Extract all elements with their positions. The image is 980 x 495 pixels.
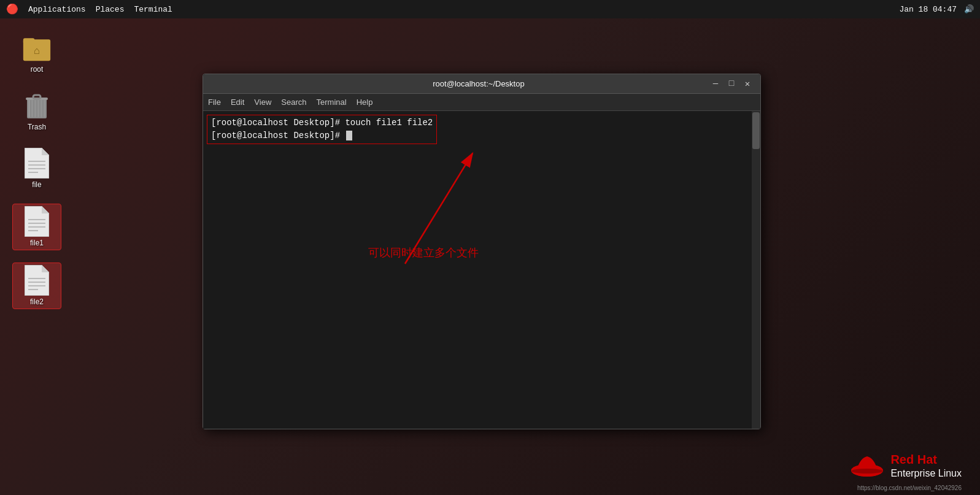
svg-rect-9 xyxy=(44,100,45,117)
terminal-close-button[interactable]: ✕ xyxy=(742,79,753,89)
redhat-brand-red: Red Hat xyxy=(890,451,962,467)
desktop-icon-file2[interactable]: file2 xyxy=(12,263,61,309)
terminal-controls: — □ ✕ xyxy=(710,79,753,89)
terminal-line-1: [root@localhost Desktop]# touch file1 fi… xyxy=(211,117,433,129)
svg-text:⌂: ⌂ xyxy=(34,45,40,56)
desktop-icon-file1[interactable]: file1 xyxy=(12,204,61,250)
terminal-menubar: File Edit View Search Terminal Help xyxy=(203,94,760,111)
redhat-brand-enterprise: Enterprise Linux xyxy=(890,467,962,480)
svg-rect-11 xyxy=(33,95,41,99)
taskbar-volume-icon[interactable]: 🔊 xyxy=(964,4,974,14)
annotation-text: 可以同时建立多个文件 xyxy=(368,245,479,260)
desktop-icon-file-label: file xyxy=(32,180,41,189)
taskbar-left: 🔴 Applications Places Terminal xyxy=(6,3,172,15)
desktop-icon-root-label: root xyxy=(31,65,44,74)
terminal-line-2: [root@localhost Desktop]# xyxy=(211,129,433,142)
file-icon-img xyxy=(22,148,52,178)
desktop-icon-file[interactable]: file xyxy=(12,146,61,191)
desktop-icon-file1-label: file1 xyxy=(30,239,44,247)
svg-marker-13 xyxy=(42,148,49,155)
desktop: ⌂ root xyxy=(0,18,980,495)
file1-icon-img xyxy=(22,207,52,236)
file1-svg xyxy=(25,206,49,237)
terminal-menu-file[interactable]: File xyxy=(208,98,221,107)
apple-icon: 🔴 xyxy=(6,3,18,15)
desktop-icons: ⌂ root xyxy=(12,31,61,309)
url-watermark: https://blog.csdn.net/weixin_42042926 xyxy=(857,485,962,491)
terminal-scrollbar[interactable] xyxy=(752,111,760,429)
taskbar-applications[interactable]: Applications xyxy=(28,5,86,14)
terminal-menu-edit[interactable]: Edit xyxy=(231,98,244,107)
folder-icon-img: ⌂ xyxy=(22,33,52,63)
svg-rect-4 xyxy=(28,100,30,117)
terminal-content[interactable]: [root@localhost Desktop]# touch file1 fi… xyxy=(203,111,760,429)
terminal-menu-search[interactable]: Search xyxy=(281,98,306,107)
terminal-window: root@localhost:~/Desktop — □ ✕ File Edit… xyxy=(203,74,761,429)
taskbar: 🔴 Applications Places Terminal Jan 18 04… xyxy=(0,0,980,18)
terminal-minimize-button[interactable]: — xyxy=(710,79,721,89)
desktop-icon-trash[interactable]: Trash xyxy=(12,88,61,134)
svg-rect-6 xyxy=(34,100,36,117)
svg-point-34 xyxy=(851,469,883,474)
taskbar-right: Jan 18 04:47 🔊 xyxy=(899,4,974,14)
svg-rect-1 xyxy=(23,38,34,44)
folder-svg: ⌂ xyxy=(22,34,52,62)
taskbar-places[interactable]: Places xyxy=(96,5,125,14)
desktop-icon-root[interactable]: ⌂ root xyxy=(12,31,61,76)
redhat-brand-text: Red Hat Enterprise Linux xyxy=(890,451,962,480)
terminal-cursor xyxy=(346,131,352,140)
terminal-menu-terminal[interactable]: Terminal xyxy=(317,98,347,107)
trash-icon-img xyxy=(22,91,52,120)
command-highlight-box: [root@localhost Desktop]# touch file1 fi… xyxy=(207,115,437,144)
svg-rect-8 xyxy=(41,100,42,117)
file2-svg xyxy=(25,265,49,296)
terminal-maximize-button[interactable]: □ xyxy=(726,79,737,89)
terminal-title: root@localhost:~/Desktop xyxy=(247,79,710,88)
desktop-icon-file2-label: file2 xyxy=(30,297,44,306)
redhat-hat-icon xyxy=(851,449,884,483)
terminal-menu-help[interactable]: Help xyxy=(357,98,373,107)
terminal-menu-view[interactable]: View xyxy=(254,98,271,107)
terminal-titlebar: root@localhost:~/Desktop — □ ✕ xyxy=(203,74,760,94)
redhat-logo: Red Hat Enterprise Linux xyxy=(851,449,962,483)
file-svg xyxy=(25,148,49,178)
desktop-icon-trash-label: Trash xyxy=(28,123,46,131)
taskbar-terminal[interactable]: Terminal xyxy=(134,5,172,14)
taskbar-datetime: Jan 18 04:47 xyxy=(899,5,957,14)
trash-svg xyxy=(23,90,50,121)
svg-rect-5 xyxy=(31,100,33,117)
svg-rect-7 xyxy=(37,100,39,117)
terminal-scrollbar-thumb[interactable] xyxy=(752,112,760,149)
file2-icon-img xyxy=(22,266,52,295)
